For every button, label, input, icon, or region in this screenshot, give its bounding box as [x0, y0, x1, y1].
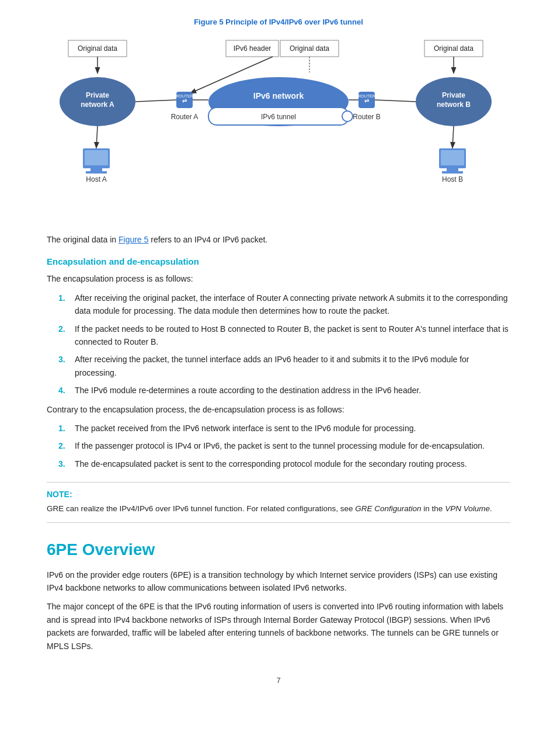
- figure5-link[interactable]: Figure 5: [119, 235, 148, 244]
- encap-step-1: 1. After receiving the original packet, …: [58, 292, 510, 318]
- note-text-1: GRE can realize the IPv4/IPv6 over IPv6 …: [47, 504, 355, 513]
- encap-step-4-num: 4.: [58, 384, 65, 397]
- svg-point-19: [342, 111, 353, 122]
- svg-line-46: [452, 126, 454, 147]
- encap-step-4: 4. The IPv6 module re-determines a route…: [58, 384, 510, 397]
- svg-text:ROUTER: ROUTER: [358, 94, 375, 98]
- svg-text:IPv6 tunnel: IPv6 tunnel: [261, 113, 296, 121]
- svg-text:Router A: Router A: [171, 113, 199, 121]
- svg-rect-44: [442, 171, 463, 174]
- encap-step-1-text: After receiving the original packet, the…: [75, 293, 508, 315]
- section-heading-encapsulation: Encapsulation and de-encapsulation: [47, 256, 510, 266]
- svg-rect-43: [447, 168, 458, 171]
- note-italic-1: GRE Configuration: [355, 504, 421, 513]
- body-text-before-link: The original data in: [47, 235, 119, 244]
- overview-para-2: The major concept of the 6PE is that the…: [47, 600, 510, 653]
- svg-text:Host B: Host B: [442, 175, 463, 183]
- deencap-step-2: 2. If the passenger protocol is IPv4 or …: [58, 439, 510, 452]
- svg-rect-36: [85, 150, 108, 165]
- svg-text:Private: Private: [86, 91, 109, 99]
- svg-text:Original data: Original data: [290, 44, 329, 53]
- encap-step-3-num: 3.: [58, 353, 65, 366]
- encap-step-1-num: 1.: [58, 292, 65, 304]
- diagram-container: Original data IPv6 header Original data …: [47, 34, 510, 221]
- svg-text:⇄: ⇄: [364, 98, 369, 104]
- deencap-list: 1. The packet received from the IPv6 net…: [58, 422, 510, 470]
- encap-step-2-text: If the packet needs to be routed to Host…: [75, 324, 509, 346]
- svg-text:Router B: Router B: [353, 113, 380, 121]
- deencap-step-1: 1. The packet received from the IPv6 net…: [58, 422, 510, 435]
- deencap-intro: Contrary to the encapsulation process, t…: [47, 403, 510, 416]
- svg-text:network B: network B: [437, 100, 471, 109]
- svg-rect-42: [441, 150, 464, 165]
- svg-text:Private: Private: [442, 91, 465, 99]
- figure-caption: Figure 5 Principle of IPv4/IPv6 over IPv…: [47, 18, 510, 26]
- svg-text:IPv6 header: IPv6 header: [234, 44, 271, 53]
- svg-text:Original data: Original data: [434, 44, 474, 53]
- body-text-after-link: refers to an IPv4 or IPv6 packet.: [148, 235, 267, 244]
- deencap-step-2-num: 2.: [58, 439, 65, 452]
- encap-step-4-text: The IPv6 module re-determines a route ac…: [75, 386, 421, 395]
- note-text: GRE can realize the IPv4/IPv6 over IPv6 …: [47, 502, 510, 515]
- deencap-step-1-num: 1.: [58, 422, 65, 435]
- note-label: NOTE:: [47, 490, 510, 499]
- svg-text:IPv6 network: IPv6 network: [253, 91, 304, 100]
- svg-text:Host A: Host A: [86, 175, 106, 183]
- deencap-step-3-num: 3.: [58, 457, 65, 470]
- note-italic-2: VPN Volume: [445, 504, 490, 513]
- svg-rect-38: [86, 171, 107, 174]
- svg-rect-37: [90, 168, 102, 171]
- deencap-step-2-text: If the passenger protocol is IPv4 or IPv…: [75, 441, 485, 450]
- overview-para-1: IPv6 on the provider edge routers (6PE) …: [47, 568, 510, 595]
- encap-list: 1. After receiving the original packet, …: [58, 292, 510, 397]
- body-paragraph-figure-ref: The original data in Figure 5 refers to …: [47, 233, 510, 246]
- encap-step-2: 2. If the packet needs to be routed to H…: [58, 322, 510, 349]
- page-number: 7: [47, 676, 510, 685]
- note-text-2: in the: [422, 504, 445, 513]
- svg-text:⇄: ⇄: [182, 98, 187, 104]
- deencap-step-3-text: The de-encapsulated packet is sent to th…: [75, 459, 467, 469]
- svg-line-40: [96, 126, 98, 147]
- svg-line-32: [375, 100, 416, 102]
- deencap-step-1-text: The packet received from the IPv6 networ…: [75, 424, 416, 433]
- encap-step-3: 3. After receiving the packet, the tunne…: [58, 353, 510, 379]
- svg-text:network A: network A: [81, 100, 114, 109]
- svg-line-29: [135, 100, 176, 102]
- encap-step-2-num: 2.: [58, 322, 65, 335]
- encap-step-3-text: After receiving the packet, the tunnel i…: [75, 355, 469, 377]
- encap-intro: The encapsulation process is as follows:: [47, 272, 510, 285]
- diagram-svg: Original data IPv6 header Original data …: [51, 34, 506, 216]
- note-text-3: .: [490, 504, 492, 513]
- svg-text:Original data: Original data: [78, 44, 117, 53]
- note-box: NOTE: GRE can realize the IPv4/IPv6 over…: [47, 482, 510, 523]
- major-heading-6pe: 6PE Overview: [47, 540, 510, 559]
- svg-text:ROUTER: ROUTER: [176, 94, 193, 98]
- deencap-step-3: 3. The de-encapsulated packet is sent to…: [58, 457, 510, 470]
